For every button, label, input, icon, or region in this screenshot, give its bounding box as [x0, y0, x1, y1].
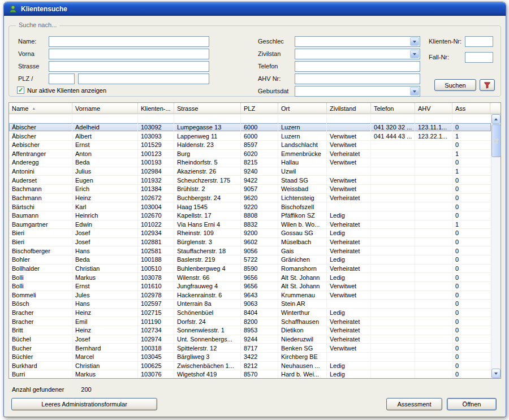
table-cell: Karl — [72, 202, 138, 211]
table-row[interactable]: BärtschiKarl103004Haag 15459220Bischofsz… — [9, 202, 491, 211]
leeres-administrationsformular-button[interactable]: Leeres Administrationsformular — [11, 398, 157, 410]
table-row[interactable]: BolliErnst101610Jungfrauweg 49656Alt St.… — [9, 282, 491, 291]
column-header-klienten[interactable]: Klienten-... — [138, 103, 174, 114]
table-cell: Zwischenbächen 1... — [174, 362, 241, 370]
table-row[interactable]: AntoniniJulius102984Akazienstr. 269240Uz… — [9, 167, 491, 176]
column-header-ahv[interactable]: AHV — [415, 103, 452, 114]
table-row[interactable]: BracherHeinz102715Schönenbüel8404Wintert… — [9, 309, 491, 318]
table-row[interactable]: BracherEmil101190Dorfstr. 248200Schaffha… — [9, 317, 491, 326]
geburtsdatum-select[interactable] — [295, 86, 420, 97]
table-cell — [371, 194, 415, 202]
table-cell: Wilenstr. 66 — [174, 273, 241, 282]
table-cell — [371, 326, 415, 335]
column-header-name[interactable]: Name▲ — [9, 103, 72, 114]
table-row[interactable]: ÄbischerAlbert103093Lappenweg 116000Luze… — [9, 132, 491, 141]
table-row[interactable]: BurriMarkus103076Wigetshof 4198570Hard b… — [9, 370, 491, 378]
table-row[interactable]: BachmannErich101384Brühlstr. 29057Weissb… — [9, 185, 491, 194]
table-row[interactable]: BieriJosef102881Bürglenstr. 39602Müselba… — [9, 238, 491, 247]
table-cell — [415, 291, 452, 300]
aktive-klienten-checkbox[interactable]: ✓ — [17, 86, 24, 94]
table-row[interactable]: BaumgartnerEdwin101022Via Hans Erni 4883… — [9, 220, 491, 230]
table-cell — [371, 335, 415, 344]
table-row[interactable]: BaumannHeinrich102670Kapellstr. 178808Pf… — [9, 211, 491, 220]
window-titlebar[interactable]: Klientensuche — [4, 2, 506, 16]
vorname-input[interactable] — [49, 49, 209, 59]
table-cell: Büchler — [9, 353, 72, 361]
scrollbar-thumb[interactable] — [491, 124, 501, 157]
column-header-ort[interactable]: Ort — [278, 103, 327, 114]
table-cell — [415, 202, 452, 211]
table-row[interactable]: AndereggBeda100193Rheindorfstr. 58215Hal… — [9, 158, 491, 167]
table-cell: Wigetshof 419 — [174, 370, 241, 378]
column-header-ass[interactable]: Ass — [452, 103, 490, 114]
table-cell: Benken SG — [278, 344, 327, 352]
table-row[interactable]: AffentrangerAnton100123Burg6020Emmenbrüc… — [9, 150, 491, 159]
geschlecht-select[interactable] — [295, 36, 420, 47]
dropdown-button[interactable] — [410, 37, 419, 46]
strasse-input[interactable] — [49, 61, 209, 72]
vorname-label: Vorna — [18, 50, 34, 57]
column-header-telefon[interactable]: Telefon — [371, 103, 415, 114]
dropdown-button[interactable] — [410, 50, 419, 58]
assessment-button[interactable]: Assessment — [386, 398, 442, 410]
table-row[interactable]: BohlerBeda100188Baslerstr. 2195722Gränic… — [9, 256, 491, 265]
scroll-down-button[interactable] — [491, 369, 501, 378]
table-row[interactable]: BischofbergerHans102581Stauffacherstr. 1… — [9, 246, 491, 256]
fall-nr-input[interactable] — [465, 52, 493, 63]
table-row[interactable]: BrittHeinz102734Sonnenwiesstr. 18953Diet… — [9, 326, 491, 335]
table-cell: Bohler — [9, 256, 72, 264]
table-cell — [415, 141, 452, 149]
column-header-zivilstand[interactable]: Zivilstand — [327, 103, 371, 114]
table-row[interactable]: BüchlerMarcel103045Bärgliweg 33422Kirchb… — [9, 353, 491, 362]
scroll-up-button[interactable] — [491, 114, 501, 124]
plz-ort-input[interactable] — [78, 73, 209, 84]
table-cell: Dietikon — [278, 326, 327, 335]
table-row[interactable]: BolliMarkus103078Wilenstr. 669656Alt St.… — [9, 273, 491, 282]
suchen-button[interactable]: Suchen — [434, 79, 476, 91]
table-row[interactable]: AebischerErnst101529Haldenstr. 238597Lan… — [9, 141, 491, 150]
table-cell: Verwitwet — [327, 185, 371, 193]
vertical-scrollbar[interactable] — [491, 114, 501, 378]
table-row[interactable]: AudersetEugen101932Scheuchzerstr. 175942… — [9, 176, 491, 185]
table-cell: Anderegg — [9, 158, 72, 167]
table-row[interactable]: ÄbischerAdelheid103092Lumpegasse 136000L… — [9, 123, 491, 132]
table-row[interactable]: BurkhardChristian100625Zwischenbächen 1.… — [9, 362, 491, 371]
table-cell: Baumann — [9, 211, 72, 220]
plz-input[interactable] — [49, 73, 75, 84]
column-header-plz[interactable]: PLZ — [241, 103, 278, 114]
table-cell: Affentranger — [9, 150, 72, 158]
table-cell: Ledig — [327, 229, 371, 237]
table-cell — [371, 229, 415, 237]
table-row[interactable]: BommeliJules102978Hackenrainstr. 69643Kr… — [9, 291, 491, 300]
table-cell: 101190 — [138, 317, 174, 326]
table-cell: 9620 — [241, 194, 278, 202]
table-row[interactable]: BollhalderChristian100510Buhlenbergweg 4… — [9, 265, 491, 274]
table-cell: Beda — [72, 256, 138, 264]
klienten-nr-input[interactable] — [465, 36, 493, 47]
table-row[interactable]: BucherBernhard100318Spittelerstr. 128717… — [9, 344, 491, 353]
table-cell: Britt — [9, 326, 72, 335]
ahv-input[interactable] — [295, 73, 420, 84]
table-cell: Verheiratet — [327, 150, 371, 158]
table-cell: Baslerstr. 219 — [174, 256, 241, 264]
telefon-input[interactable] — [295, 61, 420, 72]
name-input[interactable] — [49, 36, 209, 47]
table-cell: Spittelerstr. 12 — [174, 344, 241, 352]
clear-filter-button[interactable] — [480, 79, 495, 91]
table-row[interactable] — [9, 114, 491, 123]
column-header-strasse[interactable]: Strasse — [174, 103, 241, 114]
name-label: Name: — [18, 38, 36, 45]
oeffnen-button[interactable]: Öffnen — [447, 398, 497, 410]
table-row[interactable]: BüchelJosef102974Unt. Sonnenbergs...9244… — [9, 335, 491, 344]
table-cell: 103004 — [138, 202, 174, 211]
scrollbar-track[interactable] — [491, 124, 501, 369]
table-row[interactable]: BöschHans102597Unterrain 8a9063Stein AR0 — [9, 300, 491, 309]
zivilstand-select[interactable] — [295, 49, 420, 59]
dropdown-button[interactable] — [410, 87, 419, 96]
table-cell: 9643 — [241, 291, 278, 300]
table-row[interactable]: BachmannHeinz102672Buchbergstr. 249620Li… — [9, 194, 491, 203]
table-row[interactable]: BieriJosef102934Rheinstr. 1099200Gossau … — [9, 229, 491, 238]
column-header-vorname[interactable]: Vorname — [72, 103, 138, 114]
table-cell — [415, 265, 452, 273]
table-cell: 102597 — [138, 300, 174, 308]
